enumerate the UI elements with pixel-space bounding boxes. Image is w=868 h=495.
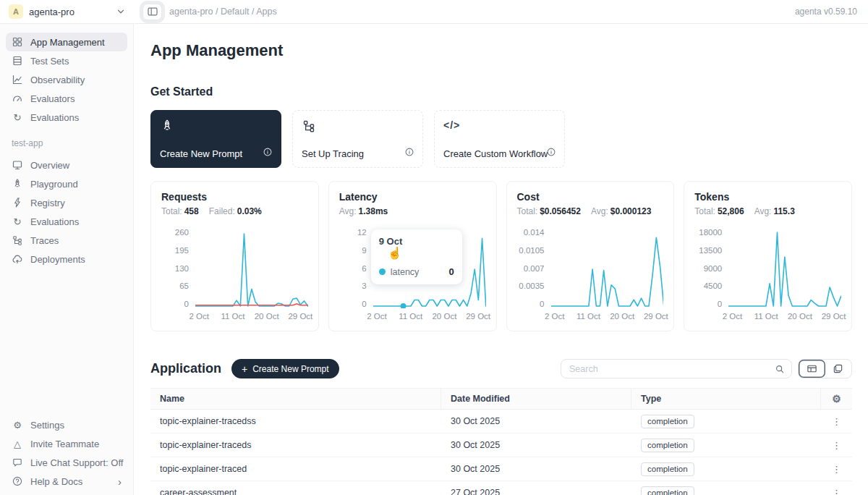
app-name[interactable]: topic-explainer-tracedss	[150, 416, 441, 426]
table-view-icon	[807, 363, 817, 374]
sidebar-item-label: Registry	[30, 198, 65, 208]
sidebar-item-registry[interactable]: Registry	[6, 193, 127, 212]
card-label: Set Up Tracing	[302, 148, 364, 159]
sidebar-item-label: Observability	[30, 75, 85, 85]
main-content: App Management Get Started Create New Pr…	[134, 24, 868, 495]
sidebar-item-deployments[interactable]: Deployments	[6, 250, 127, 268]
tooltip-value: 0	[449, 266, 454, 277]
app-name[interactable]: topic-explainer-traceds	[150, 440, 441, 450]
sidebar-item-evaluations[interactable]: ↻ Evaluations	[6, 108, 127, 127]
question-circle-icon	[12, 475, 23, 487]
sidebar-footer: ⚙ Settings △ Invite Teammate Live Chat S…	[6, 415, 127, 491]
redo-icon: ↻	[12, 111, 23, 123]
table-row[interactable]: topic-explainer-traced 30 Oct 2025 compl…	[150, 457, 852, 481]
sidebar-item-traces[interactable]: Traces	[6, 231, 127, 250]
stat-avg: Avg:$0.000123	[591, 206, 652, 216]
top-bar: A agenta-pro agenta-pro / Default / Apps…	[0, 0, 868, 24]
chevron-down-icon	[115, 6, 127, 17]
table-row[interactable]: topic-explainer-tracedss 30 Oct 2025 com…	[150, 410, 852, 433]
sidebar-item-observability[interactable]: Observability	[6, 70, 127, 89]
sidebar-item-overview[interactable]: Overview	[6, 156, 127, 174]
hand-cursor-icon: ☝	[388, 246, 402, 260]
applications-table: Name Date Modified Type ⚙ topic-explaine…	[150, 388, 852, 495]
sidebar-item-help-docs[interactable]: Help & Docs ›	[6, 472, 127, 491]
app-name[interactable]: topic-explainer-traced	[150, 464, 441, 474]
set-up-tracing-card[interactable]: Set Up Tracing	[292, 110, 423, 168]
type-badge: completion	[641, 462, 694, 476]
create-custom-workflow-card[interactable]: </> Create Custom Workflow	[434, 110, 565, 168]
sidebar-item-app-management[interactable]: App Management	[6, 33, 127, 51]
table-header: Name Date Modified Type ⚙	[150, 389, 852, 410]
app-type: completion	[631, 486, 821, 495]
rocket-icon	[160, 123, 174, 135]
latency-stat-card: Latency Avg:1.38ms 1296302 Oct11 Oct20 O…	[328, 181, 497, 331]
stat-title: Tokens	[694, 191, 841, 203]
stat-total: Total:52,806	[694, 206, 744, 216]
sidebar-item-settings[interactable]: ⚙ Settings	[6, 415, 127, 434]
row-menu-button[interactable]: ⋮	[821, 488, 852, 495]
breadcrumb[interactable]: agenta-pro / Default / Apps	[169, 7, 277, 17]
search-box[interactable]	[561, 359, 792, 378]
table-view-button[interactable]	[799, 360, 825, 378]
sidebar-item-label: Evaluations	[30, 112, 79, 123]
row-menu-button[interactable]: ⋮	[821, 440, 852, 451]
search-icon[interactable]	[775, 364, 785, 374]
sidebar-item-label: Evaluators	[30, 93, 75, 104]
tokens-chart: 18000135009000450002 Oct11 Oct20 Oct29 O…	[694, 227, 841, 323]
workspace-name: agenta-pro	[29, 7, 109, 17]
page-title: App Management	[150, 41, 852, 61]
sidebar-item-test-sets[interactable]: Test Sets	[6, 51, 127, 70]
workspace-switcher[interactable]: A agenta-pro	[0, 4, 134, 19]
tooltip-date: 9 Oct	[379, 236, 454, 247]
card-view-button[interactable]	[825, 360, 852, 378]
sidebar-item-label: Help & Docs	[30, 476, 82, 487]
stat-avg: Avg:1.38ms	[339, 206, 388, 216]
app-date: 30 Oct 2025	[441, 440, 631, 450]
info-icon[interactable]	[404, 147, 414, 160]
column-header-date-modified[interactable]: Date Modified	[441, 389, 631, 409]
sidebar-item-invite-teammate[interactable]: △ Invite Teammate	[6, 434, 127, 453]
type-badge: completion	[641, 415, 694, 428]
tree-icon	[302, 123, 316, 135]
sidebar-item-evaluations-app[interactable]: ↻ Evaluations	[6, 212, 127, 231]
panel-left-icon	[147, 6, 158, 17]
plus-icon: +	[242, 363, 247, 375]
column-header-name[interactable]: Name	[150, 389, 441, 409]
get-started-heading: Get Started	[150, 85, 852, 98]
chevron-right-icon: ›	[118, 475, 122, 488]
row-menu-button[interactable]: ⋮	[821, 416, 852, 427]
app-date: 30 Oct 2025	[441, 464, 631, 474]
type-badge: completion	[641, 486, 694, 495]
code-icon: </>	[443, 119, 460, 131]
table-row[interactable]: career-assessment 27 Oct 2025 completion…	[150, 481, 852, 495]
create-new-prompt-button[interactable]: + Create New Prompt	[231, 359, 339, 378]
sidebar-item-label: Playground	[30, 179, 78, 190]
sidebar-item-playground[interactable]: Playground	[6, 174, 127, 193]
tooltip-series: latency	[391, 267, 420, 277]
sidebar-collapse-button[interactable]	[142, 4, 162, 20]
column-settings[interactable]: ⚙	[821, 389, 852, 409]
sidebar-item-evaluators[interactable]: Evaluators	[6, 89, 127, 108]
grid-icon	[12, 36, 23, 48]
sidebar-item-live-chat[interactable]: Live Chat Support: Off	[6, 453, 127, 472]
chart-line-icon	[12, 74, 23, 85]
app-name[interactable]: career-assessment	[150, 488, 441, 495]
info-icon[interactable]	[546, 147, 556, 160]
series-dot	[379, 268, 386, 275]
application-heading: Application	[150, 361, 221, 376]
row-menu-button[interactable]: ⋮	[821, 464, 852, 475]
stat-failed: Failed:0.03%	[209, 206, 262, 216]
gear-icon: ⚙	[832, 393, 841, 405]
sidebar: App Management Test Sets Observability E…	[0, 24, 134, 495]
info-icon[interactable]	[263, 147, 273, 160]
search-input[interactable]	[569, 364, 775, 374]
tokens-stat-card: Tokens Total:52,806 Avg:115.3 1800013500…	[684, 181, 852, 331]
table-row[interactable]: topic-explainer-traceds 30 Oct 2025 comp…	[150, 433, 852, 457]
type-badge: completion	[641, 439, 694, 452]
column-header-type[interactable]: Type	[631, 389, 821, 409]
app-date: 27 Oct 2025	[441, 488, 631, 495]
create-new-prompt-card[interactable]: Create New Prompt	[150, 110, 281, 168]
workspace-avatar: A	[9, 4, 23, 19]
project-group-label: test-app	[12, 138, 122, 148]
stat-title: Cost	[517, 191, 664, 203]
